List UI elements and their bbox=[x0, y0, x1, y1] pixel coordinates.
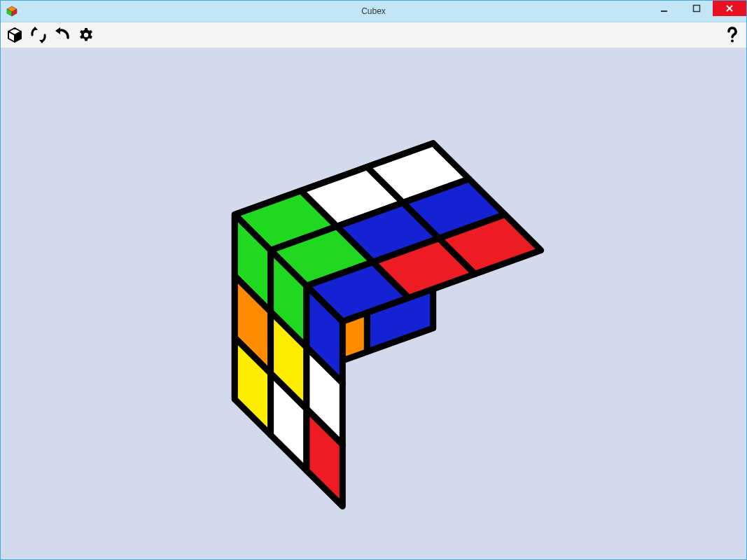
toolbar bbox=[1, 22, 746, 48]
window-buttons bbox=[648, 1, 746, 22]
undo-button[interactable] bbox=[53, 25, 72, 45]
maximize-button[interactable] bbox=[680, 1, 713, 16]
rubiks-cube[interactable] bbox=[178, 94, 570, 514]
close-button[interactable] bbox=[713, 1, 746, 16]
svg-marker-7 bbox=[55, 27, 60, 34]
svg-marker-5 bbox=[32, 27, 38, 30]
new-cube-button[interactable] bbox=[5, 25, 25, 45]
svg-point-8 bbox=[84, 33, 88, 37]
svg-rect-3 bbox=[661, 10, 667, 12]
settings-button[interactable] bbox=[76, 25, 96, 45]
cube-canvas[interactable] bbox=[1, 48, 746, 559]
app-window: Cubex bbox=[0, 0, 747, 560]
svg-point-9 bbox=[731, 40, 734, 43]
window-title: Cubex bbox=[1, 6, 746, 16]
svg-rect-4 bbox=[694, 6, 700, 12]
minimize-button[interactable] bbox=[648, 1, 680, 16]
svg-marker-6 bbox=[39, 40, 45, 43]
help-button[interactable] bbox=[722, 25, 742, 45]
titlebar: Cubex bbox=[1, 1, 746, 22]
shuffle-button[interactable] bbox=[29, 25, 48, 45]
app-icon bbox=[6, 6, 18, 17]
